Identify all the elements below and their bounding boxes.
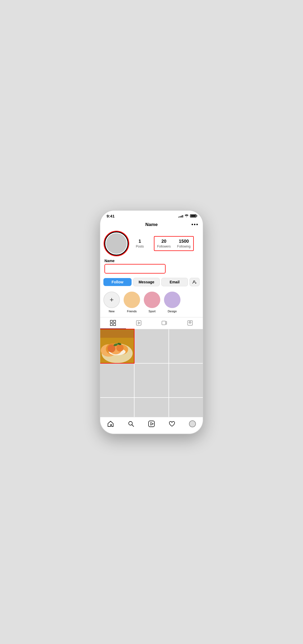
bio-text-box <box>104 264 166 274</box>
profile-header: Name ••• <box>100 219 203 229</box>
grid-cell-7[interactable] <box>100 398 134 417</box>
story-sport-circle <box>144 292 160 308</box>
following-stat[interactable]: 1500 Following <box>177 239 191 248</box>
svg-rect-5 <box>110 323 112 326</box>
content-scroll[interactable]: Name ••• 1 Posts 20 Followers <box>100 219 203 417</box>
avatar <box>106 233 127 254</box>
following-label: Following <box>177 245 191 248</box>
followers-stat[interactable]: 20 Followers <box>157 239 171 248</box>
svg-marker-27 <box>151 423 153 425</box>
more-options-button[interactable]: ••• <box>191 221 199 228</box>
story-friends-circle <box>124 292 140 308</box>
nav-profile[interactable] <box>182 419 203 428</box>
story-sport-label: Sport <box>149 310 155 313</box>
svg-rect-3 <box>110 320 112 322</box>
follow-button[interactable]: Follow <box>103 278 132 286</box>
followers-label: Followers <box>157 245 171 248</box>
tab-igtv[interactable] <box>152 317 177 329</box>
nav-home[interactable] <box>100 419 121 428</box>
nav-likes[interactable] <box>162 419 182 428</box>
svg-marker-8 <box>138 322 140 324</box>
tab-tagged[interactable] <box>177 317 203 329</box>
svg-point-20 <box>116 344 124 352</box>
phone-frame: 9:41 <box>100 210 203 434</box>
story-new-label: New <box>109 310 115 313</box>
stats-numbers: 1 Posts 20 Followers 1500 Following <box>131 237 199 250</box>
stats-row: 1 Posts 20 Followers 1500 Following <box>100 229 203 259</box>
story-design-label: Design <box>168 310 177 313</box>
story-friends[interactable]: Friends <box>124 292 140 313</box>
grid-cell-3[interactable] <box>169 329 203 363</box>
followers-following-highlight: 20 Followers 1500 Following <box>154 237 193 250</box>
posts-count: 1 <box>138 239 141 244</box>
signal-icon <box>178 214 183 217</box>
grid-cell-8[interactable] <box>134 398 168 417</box>
nav-profile-avatar <box>189 420 196 427</box>
avatar-container[interactable] <box>104 232 128 255</box>
email-button[interactable]: Email <box>161 278 188 286</box>
following-count: 1500 <box>179 239 189 244</box>
nav-reels[interactable] <box>141 419 162 428</box>
wifi-icon <box>184 214 189 218</box>
status-bar: 9:41 <box>100 211 203 219</box>
grid-cell-4[interactable] <box>100 364 134 397</box>
message-button[interactable]: Message <box>133 278 160 286</box>
status-time: 9:41 <box>107 214 115 218</box>
grid-cell-2[interactable] <box>134 329 168 363</box>
bio-name: Name <box>104 259 199 263</box>
posts-stat: 1 Posts <box>136 239 144 248</box>
stories-row: + New Friends Sport Design <box>100 289 203 317</box>
story-sport[interactable]: Sport <box>144 292 160 313</box>
story-new-circle: + <box>103 292 120 308</box>
action-buttons: Follow Message Email <box>100 276 203 289</box>
followers-count: 20 <box>161 239 166 244</box>
svg-rect-23 <box>100 329 134 338</box>
status-icons <box>178 214 196 218</box>
story-new[interactable]: + New <box>103 292 120 313</box>
profile-username: Name <box>145 222 158 227</box>
svg-rect-6 <box>113 323 116 326</box>
grid-cell-5[interactable] <box>134 364 168 397</box>
bio-section: Name <box>100 259 203 276</box>
posts-label: Posts <box>136 245 144 248</box>
screen: 9:41 <box>100 211 203 434</box>
photo-grid <box>100 329 203 417</box>
grid-cell-1[interactable] <box>100 329 134 363</box>
story-design[interactable]: Design <box>164 292 180 313</box>
grid-cell-9[interactable] <box>169 398 203 417</box>
tab-reels[interactable] <box>126 317 152 329</box>
add-user-button[interactable] <box>190 278 200 286</box>
content-tabs <box>100 317 203 329</box>
tab-grid[interactable] <box>100 317 126 329</box>
story-design-circle <box>164 292 180 308</box>
grid-cell-6[interactable] <box>169 364 203 397</box>
svg-line-25 <box>132 425 134 427</box>
nav-search[interactable] <box>121 419 141 428</box>
battery-icon <box>190 214 196 217</box>
svg-rect-9 <box>162 321 166 325</box>
story-friends-label: Friends <box>127 310 137 313</box>
svg-rect-4 <box>113 320 116 322</box>
bottom-nav <box>100 417 203 434</box>
